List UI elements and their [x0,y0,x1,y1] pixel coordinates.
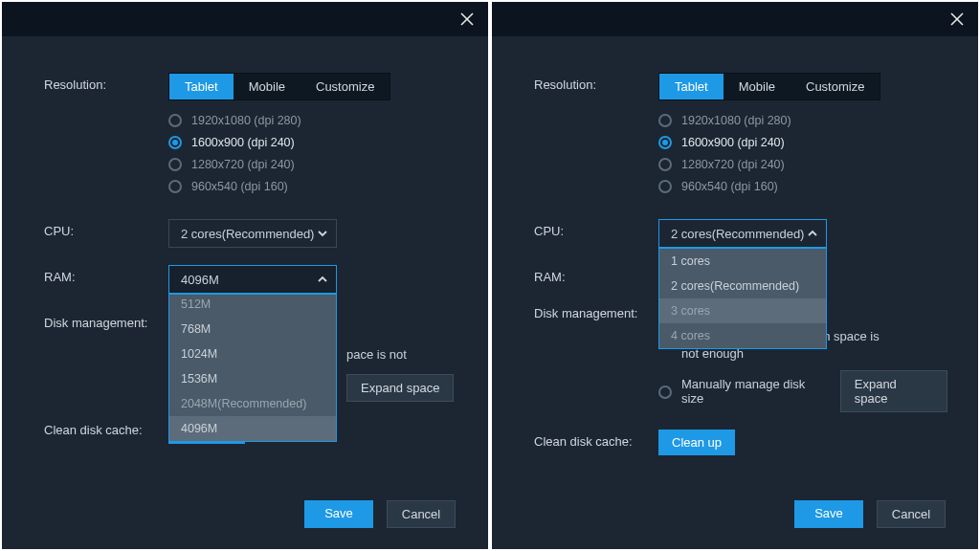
resolution-segment: Tablet Mobile Customize [658,73,880,100]
res-label: 1600x900 (dpi 240) [191,136,295,149]
res-960x540[interactable]: 960x540 (dpi 160) [168,180,457,193]
save-button[interactable]: Save [304,500,373,528]
disk-manual-label: Manually manage disk size [681,377,831,406]
footer-buttons: Save Cancel [304,500,456,528]
chevron-up-icon [807,228,818,239]
cpu-dropdown-value: 2 cores(Recommended) [671,227,804,241]
res-label: 1280x720 (dpi 240) [681,158,785,171]
close-icon[interactable] [947,10,967,29]
segment-customize[interactable]: Customize [791,74,880,99]
ram-option-1536m[interactable]: 1536M [169,366,336,391]
cpu-dropdown[interactable]: 2 cores(Recommended) [658,219,827,248]
title-bar [492,2,978,36]
res-label: 1600x900 (dpi 240) [681,136,785,149]
res-label: 1920x1080 (dpi 280) [191,114,301,127]
content: Resolution: Tablet Mobile Customize 1920… [2,36,488,480]
radio-icon [168,136,182,149]
disk-label: Disk management: [534,301,658,412]
disk-auto-text-clip: pace is not [346,347,407,362]
ram-label: RAM: [534,265,658,284]
ram-label: RAM: [44,265,168,294]
cpu-dropdown-value: 2 cores(Recommended) [181,227,314,241]
chevron-up-icon [317,274,328,285]
cpu-dropdown[interactable]: 2 cores(Recommended) [168,219,337,248]
resolution-options: 1920x1080 (dpi 280) 1600x900 (dpi 240) 1… [168,114,457,193]
close-icon[interactable] [457,10,477,29]
segment-mobile[interactable]: Mobile [724,74,791,99]
res-1280x720[interactable]: 1280x720 (dpi 240) [658,158,947,171]
radio-icon [658,180,672,193]
segment-tablet[interactable]: Tablet [659,74,724,99]
clean-label: Clean disk cache: [44,418,168,444]
radio-icon [658,158,672,171]
cpu-label: CPU: [534,219,658,248]
res-1280x720[interactable]: 1280x720 (dpi 240) [168,158,457,171]
segment-mobile[interactable]: Mobile [234,74,301,99]
radio-icon [168,158,182,171]
res-label: 1920x1080 (dpi 280) [681,114,791,127]
radio-icon [658,386,672,399]
ram-dropdown-menu: 512M 768M 1024M 1536M 2048M(Recommended)… [168,294,337,442]
resolution-options: 1920x1080 (dpi 280) 1600x900 (dpi 240) 1… [658,114,947,193]
cpu-option-4[interactable]: 4 cores [659,323,826,348]
footer-buttons: Save Cancel [794,500,946,528]
res-960x540[interactable]: 960x540 (dpi 160) [658,180,947,193]
cpu-label: CPU: [44,219,168,248]
radio-icon [658,114,672,127]
clean-up-button[interactable]: Clean up [658,430,735,455]
expand-space-button[interactable]: Expand space [346,374,454,402]
disk-manual-radio[interactable]: Manually manage disk size [658,377,831,406]
segment-tablet[interactable]: Tablet [169,74,234,99]
ram-dropdown[interactable]: 4096M [168,265,337,294]
ram-option-512m[interactable]: 512M [169,295,336,317]
clean-label: Clean disk cache: [534,430,658,455]
disk-label: Disk management: [44,311,168,372]
cpu-option-3[interactable]: 3 cores [659,298,826,323]
cpu-option-1[interactable]: 1 cores [659,249,826,274]
cancel-button[interactable]: Cancel [877,500,946,528]
res-label: 960x540 (dpi 160) [681,180,778,193]
settings-panel-right: Resolution: Tablet Mobile Customize 1920… [492,2,978,549]
radio-icon [168,114,182,127]
res-label: 1280x720 (dpi 240) [191,158,295,171]
res-1920x1080[interactable]: 1920x1080 (dpi 280) [168,114,457,127]
res-1600x900[interactable]: 1600x900 (dpi 240) [168,136,457,149]
segment-customize[interactable]: Customize [301,74,390,99]
res-1920x1080[interactable]: 1920x1080 (dpi 280) [658,114,947,127]
settings-panel-left: Resolution: Tablet Mobile Customize 1920… [2,2,488,549]
ram-option-1024m[interactable]: 1024M [169,342,336,366]
ram-option-2048m[interactable]: 2048M(Recommended) [169,391,336,416]
radio-icon [168,180,182,193]
expand-space-button[interactable]: Expand space [840,370,947,412]
resolution-segment: Tablet Mobile Customize [168,73,390,100]
res-label: 960x540 (dpi 160) [191,180,288,193]
resolution-label: Resolution: [44,73,168,202]
content: Resolution: Tablet Mobile Customize 1920… [492,36,978,492]
ram-option-768m[interactable]: 768M [169,317,336,342]
chevron-down-icon [317,228,328,239]
title-bar [2,2,488,36]
radio-icon [658,136,672,149]
ram-option-4096m[interactable]: 4096M [169,416,336,441]
cpu-dropdown-menu: 1 cores 2 cores(Recommended) 3 cores 4 c… [658,248,827,349]
resolution-label: Resolution: [534,73,658,202]
save-button[interactable]: Save [794,500,863,528]
ram-dropdown-value: 4096M [181,273,219,287]
cancel-button[interactable]: Cancel [387,500,456,528]
res-1600x900[interactable]: 1600x900 (dpi 240) [658,136,947,149]
cpu-option-2[interactable]: 2 cores(Recommended) [659,274,826,298]
